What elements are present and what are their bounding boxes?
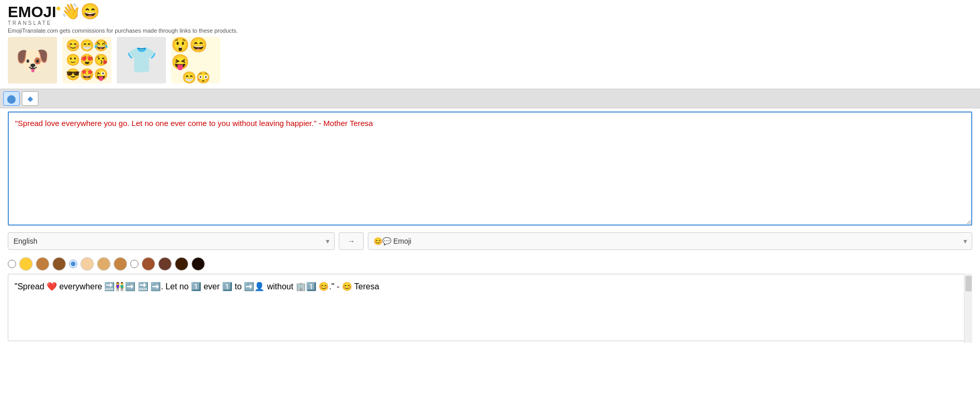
logo-title: EMOJI [8,4,60,20]
emoji-output-select[interactable]: 😊💬 Emoji [368,232,972,250]
affiliate-text: EmojiTranslate.com gets commissions for … [8,27,238,34]
logo-icons: 👋😄 [61,2,100,20]
logo-main: EMOJI TRANSLATE [8,4,60,26]
logo-text-emoji: EMOJI [8,4,56,20]
product-emoji-set[interactable]: 😲😄😝😁😳 [171,37,220,83]
emoji-select-wrap: 😊💬 Emoji [368,232,972,250]
output-wrapper: "Spread ❤️ everywhere 🔜👫➡️ 🔜 ➡️. Let no … [8,274,972,343]
skin-circle-brown-medium[interactable] [36,257,49,271]
skin-circle-light[interactable] [80,257,94,271]
skin-tone-row [0,255,980,274]
logo-dot [57,7,60,10]
product-stickers[interactable]: 😊😁😂🙂😍😘😎🤩😜 [62,37,112,83]
output-textarea[interactable]: "Spread ❤️ everywhere 🔜👫➡️ 🔜 ➡️. Let no … [8,274,972,341]
skin-circle-medium[interactable] [114,257,127,271]
scrollbar-track [964,274,972,343]
skin-circle-yellow[interactable] [19,257,33,271]
toolbar: ⬤ ◆ [0,89,980,108]
products-bar: 🐶 😊😁😂🙂😍😘😎🤩😜 👕 😲😄😝😁😳 [0,37,980,89]
affiliate-notice: EmojiTranslate.com gets commissions for … [0,26,980,37]
logo-area: EMOJI TRANSLATE 👋😄 [0,0,980,26]
skin-circle-dark-brown[interactable] [52,257,66,271]
skin-radio-medium[interactable] [69,260,77,268]
language-select[interactable]: English Spanish French German Japanese C… [8,232,335,250]
lang-row: English Spanish French German Japanese C… [0,227,980,255]
product-tshirt[interactable]: 👕 [117,37,166,83]
skin-radio-dark[interactable] [130,260,139,268]
product-dog[interactable]: 🐶 [8,37,57,83]
toolbar-btn-circle[interactable]: ⬤ [3,91,20,106]
skin-circle-deepest[interactable] [191,257,205,271]
input-area: "Spread love everywhere you go. Let no o… [0,111,980,227]
skin-circle-darkest[interactable] [158,257,172,271]
logo-subtitle: TRANSLATE [8,20,60,26]
language-select-wrap: English Spanish French German Japanese C… [8,232,335,250]
toolbar-btn-diamond[interactable]: ◆ [22,91,38,106]
input-textarea[interactable]: "Spread love everywhere you go. Let no o… [8,111,972,226]
skin-circle-very-dark[interactable] [175,257,188,271]
skin-radio-default[interactable] [8,260,16,268]
skin-circle-darker[interactable] [142,257,155,271]
translate-arrow-button[interactable]: → [339,232,364,250]
skin-circle-medium-light[interactable] [97,257,111,271]
output-area: "Spread ❤️ everywhere 🔜👫➡️ 🔜 ➡️. Let no … [0,274,980,343]
scrollbar-thumb[interactable] [965,276,972,291]
